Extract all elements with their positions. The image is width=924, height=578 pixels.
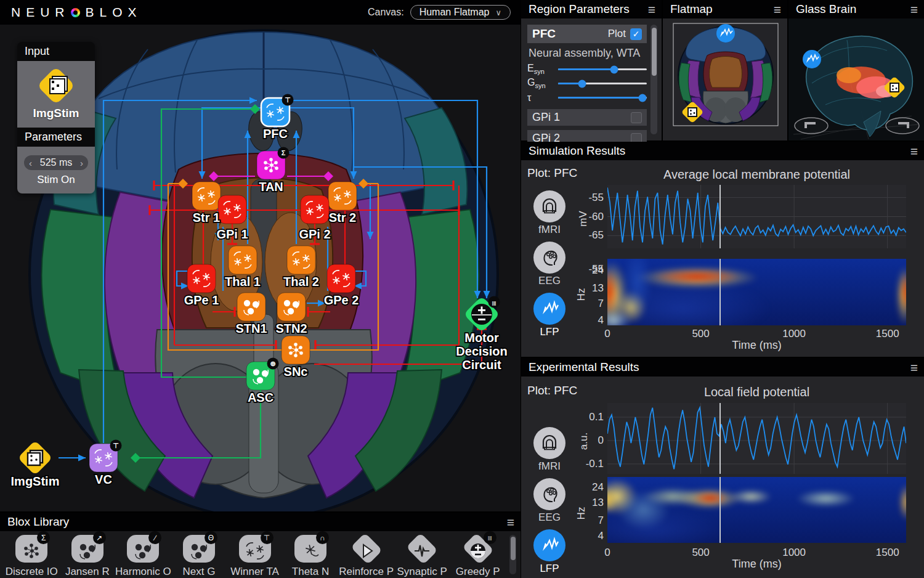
- node-stn1[interactable]: [237, 293, 265, 321]
- spectrogram-hotspot: [796, 490, 856, 507]
- node-imgstim[interactable]: [18, 441, 53, 476]
- node-asc[interactable]: ⊕: [246, 358, 279, 391]
- y-tick: 4: [598, 314, 604, 327]
- menu-icon[interactable]: ≡: [648, 3, 655, 16]
- input-node-card[interactable]: ImgStim: [17, 61, 95, 128]
- rotate-right-button[interactable]: [886, 118, 919, 134]
- modality-button-fmri[interactable]: fMRI: [533, 190, 565, 236]
- menu-icon[interactable]: ≡: [910, 3, 918, 16]
- modality-label: fMRI: [538, 224, 561, 236]
- node-str2[interactable]: [328, 182, 357, 210]
- region-row-selected[interactable]: PFC Plot ✓: [527, 25, 647, 43]
- input-panel: Input ImgStim Parameters ‹ 525 ms ›: [17, 42, 95, 193]
- flatmap-lfp-marker[interactable]: [716, 24, 735, 43]
- slider-knob[interactable]: [578, 79, 586, 88]
- slider-gsyn[interactable]: Gsyn: [527, 76, 647, 91]
- input-node-label: ImgStim: [17, 107, 95, 120]
- region-row-gpi-1[interactable]: GPi 1: [527, 109, 647, 126]
- library-item-reinforce-p[interactable]: Reinforce P: [338, 532, 394, 578]
- node-label-gpi2: GPi 2: [299, 227, 330, 241]
- node-gpi1[interactable]: [218, 195, 246, 224]
- node-gpe1[interactable]: [187, 264, 216, 293]
- exp-line-chart: [607, 403, 906, 474]
- node-label-vc: VC: [95, 473, 112, 486]
- spectrogram-hotspot: [901, 272, 906, 312]
- sim-chart-title: Average local membrane potential: [607, 168, 906, 182]
- node-label-pfc: PFC: [263, 127, 288, 140]
- stim-duration-value: 525 ms: [40, 157, 72, 168]
- node-pfc[interactable]: ⊤: [261, 94, 294, 127]
- library-item-next-g[interactable]: ΘNext G: [171, 532, 227, 578]
- slider-track[interactable]: [558, 83, 647, 84]
- flatmap-canvas[interactable]: ⊤Σ⊕⊤||| PFCTANStr 1Str 2GPi 1GPi 2Thal 1…: [0, 25, 521, 511]
- modality-button-lfp[interactable]: LFP: [533, 293, 565, 338]
- blox-library-items: ΣDiscrete IO↗Jansen R∕Harmonic OΘNext G⊤…: [4, 532, 506, 578]
- badge-icon: ∩: [316, 531, 329, 544]
- node-str1[interactable]: [192, 182, 221, 210]
- slider-esyn[interactable]: Esyn: [527, 62, 647, 76]
- node-snc[interactable]: [282, 336, 310, 364]
- plot-checkbox[interactable]: ✓: [630, 28, 642, 40]
- library-scrollbar[interactable]: [509, 535, 516, 574]
- library-item-discrete-io[interactable]: ΣDiscrete IO: [4, 532, 60, 578]
- exp-spectrogram: [607, 477, 906, 543]
- glass-brain-view[interactable]: [788, 18, 924, 140]
- library-item-harmonic-o[interactable]: ∕Harmonic O: [115, 532, 171, 578]
- node-label-gpe2: GPe 2: [324, 293, 359, 307]
- modality-button-eeg[interactable]: EEG: [533, 242, 565, 287]
- node-tan[interactable]: Σ: [257, 147, 290, 180]
- stim-marker-line: [719, 259, 721, 325]
- node-gpe2[interactable]: [327, 264, 355, 293]
- parameters-title: Parameters: [17, 128, 95, 147]
- node-gpi2[interactable]: [301, 195, 329, 224]
- library-item-jansen-r[interactable]: ↗Jansen R: [60, 532, 116, 578]
- stim-duration-stepper[interactable]: ‹ 525 ms ›: [24, 155, 88, 170]
- menu-icon[interactable]: ≡: [507, 516, 514, 529]
- stim-marker-line: [719, 185, 721, 248]
- rotate-left-button[interactable]: [795, 118, 828, 134]
- node-thal2[interactable]: [287, 246, 315, 274]
- library-item-synaptic-p[interactable]: Synaptic P: [394, 532, 450, 578]
- slider-track[interactable]: [558, 97, 647, 99]
- menu-icon[interactable]: ≡: [910, 145, 918, 158]
- node-thal1[interactable]: [229, 246, 257, 274]
- y-tick: 7: [598, 515, 604, 527]
- stepper-prev-icon[interactable]: ‹: [29, 158, 32, 168]
- glassbrain-lfp-marker[interactable]: [803, 50, 821, 68]
- flatmap-thumbnail[interactable]: [663, 18, 787, 140]
- node-label-motor: Circuit: [462, 358, 501, 372]
- canvas-dropdown[interactable]: Human Flatmap ∨: [410, 5, 511, 20]
- x-tick: 1000: [782, 547, 806, 559]
- plot-checkbox[interactable]: [631, 112, 642, 123]
- node-vc[interactable]: ⊤: [89, 440, 122, 473]
- modality-button-lfp[interactable]: LFP: [533, 529, 565, 575]
- input-panel-title: Input: [17, 42, 95, 61]
- brand-text-left: NEUR: [11, 5, 70, 20]
- exp-spec-yticks: 241374: [580, 477, 604, 543]
- slider-τ[interactable]: τ: [527, 91, 647, 105]
- region-sliders: Esyn Gsyn τ: [527, 62, 647, 105]
- canvas-label: Canvas:: [368, 7, 404, 18]
- modality-button-eeg[interactable]: EEG: [533, 478, 565, 524]
- synaptic-p-icon: [405, 534, 439, 564]
- slider-track[interactable]: [558, 68, 647, 70]
- slider-knob[interactable]: [610, 65, 618, 73]
- fmri-icon: [533, 190, 565, 222]
- stepper-next-icon[interactable]: ›: [80, 158, 83, 168]
- region-name: PFC: [532, 27, 556, 41]
- stim-marker-line: [719, 477, 721, 543]
- library-item-winner-ta[interactable]: ⊤Winner TA: [227, 532, 283, 578]
- library-item-greedy-p[interactable]: |||Greedy P: [450, 532, 506, 578]
- node-label-stn1: STN1: [235, 322, 267, 335]
- library-item-theta-n[interactable]: ∩Theta N: [283, 532, 339, 578]
- region-scrollbar[interactable]: [650, 25, 657, 134]
- menu-icon[interactable]: ≡: [774, 3, 781, 16]
- sim-spectrogram: [607, 259, 906, 325]
- menu-icon[interactable]: ≡: [910, 361, 918, 374]
- y-tick: -55: [588, 192, 604, 204]
- harmonic-o-icon: ∕: [126, 534, 160, 564]
- exp-xticks: 050010001500: [607, 547, 906, 559]
- node-stn2[interactable]: [277, 293, 306, 321]
- modality-button-fmri[interactable]: fMRI: [533, 427, 565, 473]
- slider-knob[interactable]: [638, 94, 646, 102]
